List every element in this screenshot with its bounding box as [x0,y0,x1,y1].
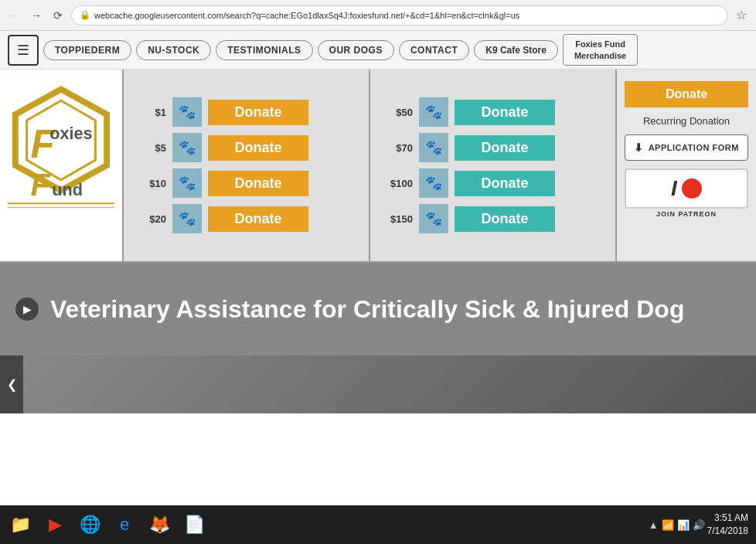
amount-50: $50 [386,107,413,118]
media-icon: ▶ [49,515,62,535]
tray-signal-icon[interactable]: 📊 [677,519,690,531]
donate-btn-20[interactable]: Donate [208,206,308,232]
strip-content [23,355,756,413]
taskbar-clock: 3:51 AM 7/14/2018 [707,512,752,538]
amount-10: $10 [139,178,166,189]
nav-our-dogs[interactable]: OUR DOGS [318,40,394,60]
donate-main-button[interactable]: Donate [625,81,748,107]
donate-left-panel: $1 🐾 Donate $5 🐾 Donate $10 🐾 Donate $20… [124,70,370,261]
banner-text: Veterinary Assistance for Critically Sic… [50,295,684,324]
logo-svg: F oxies F und [8,84,114,246]
svg-text:oxies: oxies [49,124,92,143]
patreon-circle-icon [682,178,702,199]
nav-toppiederm[interactable]: TOPPIEDERM [43,40,131,60]
taskbar-chrome-button[interactable]: 🌐 [73,508,106,541]
paw-btn-10[interactable]: 🐾 [172,168,202,198]
paw-icon-5: 🐾 [179,139,196,156]
donate-row-100: $100 🐾 Donate [386,168,600,198]
app-form-label: APPLICATION FORM [649,143,739,152]
application-form-button[interactable]: ⬇ APPLICATION FORM [625,134,748,161]
navigation-bar: ☰ TOPPIEDERM NU-STOCK TESTIMONIALS OUR D… [0,31,756,70]
paw-btn-20[interactable]: 🐾 [172,204,202,233]
browser-chrome: ← → ⟳ 🔒 webcache.googleusercontent.com/s… [0,0,756,31]
donate-right-panel: $50 🐾 Donate $70 🐾 Donate $100 🐾 Donate … [370,70,617,261]
donate-btn-100[interactable]: Donate [455,171,555,196]
taskbar-firefox-button[interactable]: 🦊 [143,508,175,541]
tray-sound-icon[interactable]: 🔊 [693,519,705,531]
back-button[interactable]: ← [6,7,23,24]
banner-section: ▶ Veterinary Assistance for Critically S… [0,263,756,355]
taskbar-media-button[interactable]: ▶ [39,508,71,541]
taskbar: 📁 ▶ 🌐 e 🦊 📄 ▲ 📶 📊 🔊 3:51 AM 7/14/2018 [0,505,756,544]
patreon-i-icon: I [671,176,677,201]
donate-btn-10[interactable]: Donate [208,171,308,196]
donate-row-20: $20 🐾 Donate [139,204,353,233]
chrome-icon: 🌐 [80,515,100,535]
donate-row-150: $150 🐾 Donate [386,204,600,233]
image-strip: ❮ [0,355,756,413]
paw-btn-70[interactable]: 🐾 [419,133,448,162]
banner-dot [581,307,586,311]
nav-nu-stock[interactable]: NU-STOCK [136,40,211,60]
paw-icon-1: 🐾 [179,104,196,121]
donate-btn-70[interactable]: Donate [455,135,555,161]
reload-button[interactable]: ⟳ [49,7,66,24]
svg-text:F: F [31,167,52,202]
donate-row-70: $70 🐾 Donate [386,133,600,162]
recurring-text: Recurring Donation [643,115,730,127]
strip-left-button[interactable]: ❮ [0,355,23,413]
paw-icon-150: 🐾 [425,210,442,227]
amount-150: $150 [386,213,413,225]
address-bar[interactable]: 🔒 webcache.googleusercontent.com/search?… [71,5,728,26]
nav-cafe-store[interactable]: K9 Cafe Store [474,40,558,60]
tray-wifi-icon[interactable]: 📶 [662,519,674,531]
clock-time: 3:51 AM [707,512,748,525]
paw-btn-150[interactable]: 🐾 [419,204,448,233]
paw-btn-1[interactable]: 🐾 [172,97,202,127]
nav-contact[interactable]: CONTACT [399,40,469,60]
taskbar-reader-button[interactable]: 📄 [178,508,210,541]
taskbar-files-button[interactable]: 📁 [4,508,36,541]
paw-icon-70: 🐾 [425,139,442,156]
forward-button[interactable]: → [28,7,45,24]
tray-arrow-icon[interactable]: ▲ [649,519,659,531]
nav-testimonials[interactable]: TESTIMONIALS [216,40,312,60]
play-button[interactable]: ▶ [15,298,39,321]
donate-sidebar: Donate Recurring Donation ⬇ APPLICATION … [617,70,756,261]
chevron-left-icon: ❮ [7,377,17,392]
taskbar-ie-button[interactable]: e [108,508,141,541]
amount-70: $70 [386,142,413,154]
lock-icon: 🔒 [80,10,90,20]
nav-merchandise[interactable]: Foxies FundMerchandise [563,34,638,66]
reader-icon: 📄 [184,515,205,535]
bookmark-button[interactable]: ☆ [733,7,750,24]
paw-btn-50[interactable]: 🐾 [419,97,448,127]
download-icon: ⬇ [634,141,644,154]
paw-icon-100: 🐾 [425,175,442,192]
clock-date: 7/14/2018 [707,525,748,538]
paw-btn-100[interactable]: 🐾 [419,168,448,198]
svg-text:und: und [52,180,83,199]
main-content: F oxies F und $1 🐾 Donate $5 🐾 Donate $1… [0,70,756,263]
hamburger-icon: ☰ [17,42,29,59]
patreon-section: I JOIN PATREON [625,168,748,218]
donate-row-50: $50 🐾 Donate [386,97,600,127]
paw-btn-5[interactable]: 🐾 [172,133,202,162]
patreon-button[interactable]: I [625,168,748,209]
donate-btn-150[interactable]: Donate [455,206,555,232]
amount-100: $100 [386,178,413,189]
donate-btn-1[interactable]: Donate [208,100,308,125]
donate-btn-5[interactable]: Donate [208,135,308,161]
donate-row-1: $1 🐾 Donate [139,97,353,127]
ie-icon: e [120,515,129,535]
donate-row-5: $5 🐾 Donate [139,133,353,162]
menu-button[interactable]: ☰ [8,35,39,66]
system-tray: ▲ 📶 📊 🔊 [649,519,705,531]
paw-icon-50: 🐾 [425,104,442,121]
donate-btn-50[interactable]: Donate [455,100,555,125]
paw-icon-10: 🐾 [179,175,196,192]
amount-5: $5 [139,142,166,154]
donate-row-10: $10 🐾 Donate [139,168,353,198]
files-icon: 📁 [10,515,31,535]
amount-1: $1 [139,107,166,118]
